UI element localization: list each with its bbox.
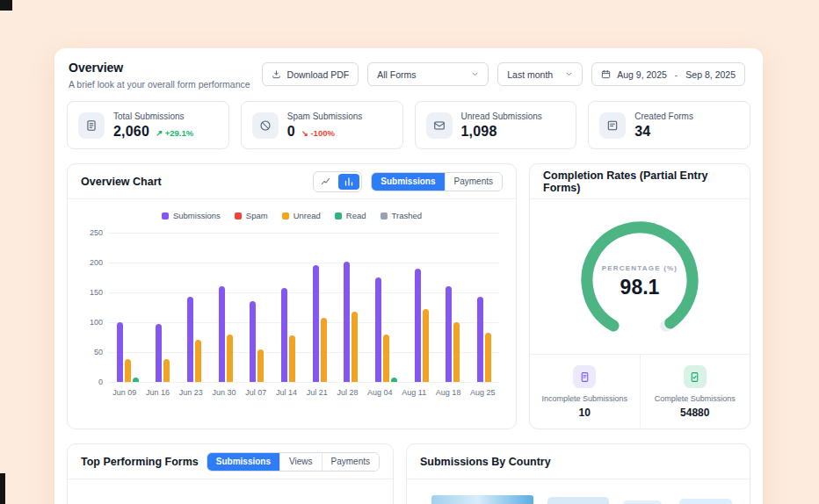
download-pdf-button[interactable]: Download PDF bbox=[262, 62, 359, 86]
tab-submissions[interactable]: Submissions bbox=[372, 173, 444, 191]
panel-header: Overview A brief look at your overall fo… bbox=[67, 57, 750, 101]
legend-label: Trashed bbox=[392, 211, 423, 220]
legend-item-submissions[interactable]: Submissions bbox=[162, 211, 221, 220]
bar-cluster-jun-09 bbox=[117, 322, 139, 382]
bar-cluster-jul-14 bbox=[281, 288, 295, 382]
stat-label: Total Submissions bbox=[113, 112, 193, 121]
bottom-row: Top Performing Forms SubmissionsViewsPay… bbox=[67, 443, 750, 504]
stat-value: 1,098 bbox=[461, 124, 497, 140]
line-chart-icon[interactable] bbox=[315, 174, 337, 190]
date-range-end: Sep 8, 2025 bbox=[685, 69, 736, 80]
mail-icon bbox=[426, 112, 453, 139]
stat-label: Created Forms bbox=[634, 112, 693, 121]
legend-label: Submissions bbox=[173, 211, 221, 220]
bar-chart-icon[interactable] bbox=[338, 174, 359, 190]
x-axis-label: Aug 18 bbox=[436, 388, 461, 397]
completion-rates-header: Completion Rates (Partial Entry Forms) bbox=[530, 164, 750, 199]
page-title: Overview bbox=[69, 61, 250, 75]
period-select[interactable]: Last month bbox=[497, 62, 583, 86]
y-axis-tick: 250 bbox=[78, 228, 103, 237]
legend-swatch bbox=[282, 212, 289, 220]
legend-label: Read bbox=[346, 211, 366, 220]
download-pdf-label: Download PDF bbox=[287, 69, 350, 80]
legend-item-read[interactable]: Read bbox=[335, 211, 366, 220]
top-forms-title: Top Performing Forms bbox=[81, 456, 199, 468]
tab-views[interactable]: Views bbox=[279, 453, 322, 471]
legend-label: Unread bbox=[294, 211, 321, 220]
bar-cluster-jun-30 bbox=[219, 286, 233, 382]
world-map[interactable] bbox=[407, 479, 750, 504]
completion-stats: Incomplete Submissions 10 Complete Submi… bbox=[530, 355, 750, 428]
bar-submissions bbox=[281, 288, 287, 382]
bar-unread bbox=[195, 340, 201, 382]
bar-unread bbox=[321, 318, 327, 382]
by-country-title: Submissions By Country bbox=[420, 456, 551, 468]
stat-label: Unread Submissions bbox=[461, 112, 542, 121]
tab-payments[interactable]: Payments bbox=[445, 173, 502, 191]
tab-payments[interactable]: Payments bbox=[322, 453, 379, 471]
complete-doc-icon bbox=[684, 365, 707, 388]
forms-select-value: All Forms bbox=[377, 69, 416, 80]
bar-cluster-jul-07 bbox=[250, 301, 264, 382]
stat-value: 2,060 bbox=[113, 124, 149, 140]
bar-cluster-aug-04 bbox=[375, 277, 397, 382]
forms-select[interactable]: All Forms bbox=[367, 62, 489, 86]
stat-value: 34 bbox=[634, 124, 650, 140]
legend-item-spam[interactable]: Spam bbox=[235, 211, 268, 220]
bar-read bbox=[133, 378, 139, 382]
tab-submissions[interactable]: Submissions bbox=[207, 453, 279, 471]
overview-chart-controls: SubmissionsPayments bbox=[313, 171, 503, 192]
stat-text: Total Submissions2,060↗ +29.1% bbox=[113, 112, 193, 140]
stat-text: Unread Submissions1,098 bbox=[461, 112, 542, 140]
x-axis-label: Jun 23 bbox=[179, 388, 203, 397]
chevron-down-icon bbox=[471, 70, 479, 78]
legend-item-trashed[interactable]: Trashed bbox=[381, 211, 423, 220]
bar-clusters bbox=[108, 233, 500, 382]
bar-unread bbox=[352, 312, 358, 382]
gauge-text: PERCENTAGE (%) 98.1 bbox=[565, 264, 714, 299]
header-controls: Download PDF All Forms Last month Aug 9,… bbox=[262, 62, 745, 86]
x-axis-label: Jul 21 bbox=[307, 388, 328, 397]
incomplete-submissions-stat: Incomplete Submissions 10 bbox=[530, 355, 641, 428]
chevron-down-icon bbox=[565, 70, 573, 78]
bar-submissions bbox=[477, 297, 483, 382]
by-country-header: Submissions By Country bbox=[407, 444, 750, 479]
y-axis-tick: 100 bbox=[78, 318, 103, 327]
chart-legend: SubmissionsSpamUnreadReadTrashed bbox=[68, 199, 516, 220]
top-forms-tabs: SubmissionsViewsPayments bbox=[207, 452, 380, 472]
bar-cluster-jul-28 bbox=[344, 262, 358, 382]
overview-chart-header: Overview Chart SubmissionsPayments bbox=[68, 164, 516, 199]
y-axis-tick: 150 bbox=[78, 288, 103, 297]
bar-submissions bbox=[313, 265, 319, 382]
bar-cluster-aug-11 bbox=[415, 269, 429, 382]
incomplete-value: 10 bbox=[579, 407, 591, 419]
stat-card-spam-submissions: Spam Submissions0↘ -100% bbox=[241, 101, 403, 149]
legend-swatch bbox=[335, 212, 342, 220]
map-region-shape bbox=[547, 497, 609, 504]
completion-gauge: PERCENTAGE (%) 98.1 bbox=[565, 212, 714, 343]
bar-unread bbox=[257, 349, 264, 382]
bar-unread bbox=[453, 322, 460, 382]
bar-unread bbox=[163, 359, 170, 382]
bar-unread bbox=[289, 335, 295, 382]
gauge-value: 98.1 bbox=[565, 276, 714, 299]
bar-cluster-jul-21 bbox=[313, 265, 327, 382]
header-title-block: Overview A brief look at your overall fo… bbox=[69, 61, 250, 90]
period-select-value: Last month bbox=[507, 69, 553, 80]
stat-value: 0 bbox=[287, 124, 295, 140]
top-performing-forms-card: Top Performing Forms SubmissionsViewsPay… bbox=[67, 443, 394, 504]
y-axis-tick: 0 bbox=[78, 378, 103, 386]
form-doc-icon bbox=[599, 112, 626, 139]
x-axis-label: Jun 09 bbox=[112, 388, 136, 397]
bar-unread bbox=[485, 333, 491, 382]
incomplete-label: Incomplete Submissions bbox=[541, 394, 627, 403]
date-range-picker[interactable]: Aug 9, 2025 - Sep 8, 2025 bbox=[591, 62, 745, 86]
map-region-shape bbox=[431, 495, 533, 504]
bar-cluster-aug-18 bbox=[446, 286, 460, 382]
map-region-shape bbox=[679, 499, 732, 504]
legend-item-unread[interactable]: Unread bbox=[282, 211, 321, 220]
bar-unread bbox=[125, 359, 131, 382]
top-forms-header: Top Performing Forms SubmissionsViewsPay… bbox=[68, 444, 393, 479]
bar-submissions bbox=[375, 277, 381, 382]
bar-submissions bbox=[344, 262, 350, 382]
